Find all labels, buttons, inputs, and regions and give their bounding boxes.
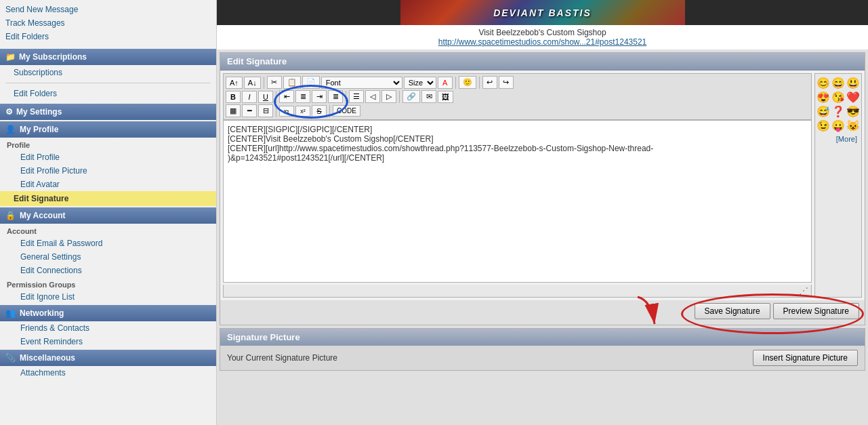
underline-btn[interactable]: U <box>258 91 273 103</box>
emoji-grin[interactable]: 😃 <box>846 77 860 89</box>
my-account-header: 🔒 My Account <box>0 207 216 224</box>
emoji-cool[interactable]: 😎 <box>846 105 860 118</box>
messages-section: Send New Message Track Messages Edit Fol… <box>0 0 216 46</box>
visit-sigshop-text: Visit Beelzzebob's Custom Sigshop <box>220 28 865 37</box>
send-message-link[interactable]: Send New Message <box>5 3 211 16</box>
more-emojis-link[interactable]: [More] <box>818 134 859 144</box>
banner-area <box>217 0 868 25</box>
undo-btn[interactable]: ↩ <box>482 76 497 89</box>
edit-folders-link-messages[interactable]: Edit Folders <box>5 30 211 43</box>
edit-profile-picture-item[interactable]: Edit Profile Picture <box>0 164 216 178</box>
edit-ignore-item[interactable]: Edit Ignore List <box>0 290 216 304</box>
signature-picture-panel: Signature Picture Your Current Signature… <box>220 328 865 371</box>
paste-btn[interactable]: 📄 <box>302 76 320 89</box>
divider <box>5 83 211 83</box>
emoji-happy[interactable]: 😄 <box>831 77 845 89</box>
bold-btn[interactable]: B <box>226 91 241 103</box>
edit-email-password-item[interactable]: Edit Email & Password <box>0 237 216 250</box>
separator-8 <box>329 105 330 117</box>
event-reminders-item[interactable]: Event Reminders <box>0 335 216 348</box>
emoji-tongue[interactable]: 😛 <box>831 119 845 132</box>
edit-connections-item[interactable]: Edit Connections <box>0 264 216 277</box>
sigshop-url[interactable]: http://www.spacetimestudios.com/show...2… <box>438 37 647 47</box>
network-icon: 👥 <box>5 308 16 318</box>
toolbar-row-1: A↑ A↓ ✂ 📋 📄 Font Arial Times New Roman <box>226 76 809 89</box>
save-signature-button[interactable]: Save Signature <box>695 303 770 319</box>
sig-pic-header: Signature Picture <box>220 329 865 346</box>
edit-signature-item[interactable]: Edit Signature <box>0 191 216 206</box>
misc-label: Miscellaneous <box>20 353 75 363</box>
preview-signature-button[interactable]: Preview Signature <box>773 303 859 319</box>
subscriptions-item[interactable]: Subscriptions <box>0 65 216 80</box>
emoji-love[interactable]: 😍 <box>817 91 830 104</box>
emoji-cat[interactable]: 😺 <box>846 119 860 132</box>
friends-contacts-item[interactable]: Friends & Contacts <box>0 321 216 335</box>
edit-folders-sub-item[interactable]: Edit Folders <box>0 86 216 101</box>
email-btn[interactable]: ✉ <box>421 90 436 103</box>
resize-handle[interactable]: ⋰ <box>223 285 812 298</box>
list-btn[interactable]: ☰ <box>349 90 364 103</box>
emoji-btn[interactable]: 🙂 <box>459 76 476 89</box>
separator-1 <box>264 77 264 89</box>
emoji-heart[interactable]: ❤️ <box>846 91 860 104</box>
track-messages-link[interactable]: Track Messages <box>5 16 211 30</box>
emoji-panel: 😊 😄 😃 😍 😘 ❤️ 😅 ❓ 😎 <box>814 73 862 298</box>
emoji-wink[interactable]: 😉 <box>817 119 830 132</box>
insert-signature-picture-button[interactable]: Insert Signature Picture <box>753 350 858 366</box>
edit-folders-sub-link[interactable]: Edit Folders <box>14 89 57 98</box>
copy-btn[interactable]: 📋 <box>283 76 301 89</box>
edit-avatar-item[interactable]: Edit Avatar <box>0 178 216 191</box>
edit-profile-item[interactable]: Edit Profile <box>0 150 216 164</box>
block-btn[interactable]: ⊟ <box>258 104 273 117</box>
justify-btn[interactable]: ≣ <box>328 90 343 103</box>
emoji-row-2: 😍 😘 ❤️ <box>818 91 859 104</box>
emoji-smile[interactable]: 😊 <box>817 77 830 89</box>
outdent-btn[interactable]: ◁ <box>365 90 380 103</box>
media-btn[interactable]: 🖼 <box>438 91 453 103</box>
align-center-btn[interactable]: ≣ <box>295 90 310 103</box>
color-btn[interactable]: A <box>438 77 453 89</box>
cut-btn[interactable]: ✂ <box>267 76 282 89</box>
settings-icon: ⚙ <box>5 107 13 117</box>
attachments-item[interactable]: Attachments <box>0 366 216 380</box>
edit-signature-label[interactable]: Edit Signature <box>14 194 68 203</box>
italic-btn[interactable]: I <box>242 91 257 103</box>
indent-btn[interactable]: ▷ <box>381 90 396 103</box>
save-preview-wrapper: Save Signature Preview Signature <box>695 303 859 319</box>
profile-icon: 👤 <box>5 125 16 134</box>
signature-editor[interactable]: [CENTER][SIGPIC][/SIGPIC][/CENTER] [CENT… <box>223 120 812 283</box>
strikethrough-btn[interactable]: S <box>312 105 327 117</box>
account-section-label: Account <box>0 224 216 237</box>
font-size-decrease-btn[interactable]: A↓ <box>244 77 261 89</box>
font-select[interactable]: Font Arial Times New Roman <box>321 77 402 89</box>
separator-2 <box>455 77 456 89</box>
size-select[interactable]: Size 8 10 12 14 <box>404 77 436 89</box>
my-profile-label: My Profile <box>20 125 58 134</box>
sub-btn[interactable]: x₂ <box>279 106 294 117</box>
main-content: Visit Beelzzebob's Custom Sigshop http:/… <box>217 0 868 425</box>
align-right-btn[interactable]: ⇥ <box>312 90 327 103</box>
edit-signature-header: Edit Signature <box>220 53 865 70</box>
align-left-btn[interactable]: ⇤ <box>279 90 294 103</box>
align-group: ⇤ ≣ ⇥ ≣ <box>279 90 343 103</box>
editor-main: A↑ A↓ ✂ 📋 📄 Font Arial Times New Roman <box>223 73 812 298</box>
emoji-kiss[interactable]: 😘 <box>831 91 845 104</box>
code-btn[interactable]: CODE <box>333 105 360 117</box>
link-btn[interactable]: 🔗 <box>402 90 420 103</box>
my-profile-header: 👤 My Profile <box>0 121 216 138</box>
subscriptions-link[interactable]: Subscriptions <box>14 68 62 77</box>
redo-btn[interactable]: ↪ <box>499 76 514 89</box>
emoji-question[interactable]: ❓ <box>831 105 845 118</box>
toolbar-row-3: ▦ ━ ⊟ x₂ x² S CODE <box>226 104 809 117</box>
sig-pic-content: Your Current Signature Picture Insert Si… <box>220 346 865 370</box>
table-btn[interactable]: ▦ <box>226 104 241 117</box>
separator-4 <box>276 91 276 103</box>
networking-label: Networking <box>20 308 64 318</box>
sup-btn[interactable]: x² <box>295 106 310 117</box>
emoji-sweat[interactable]: 😅 <box>817 105 830 118</box>
misc-header: 📎 Miscellaneous <box>0 350 216 366</box>
folder-icon: 📁 <box>5 52 16 62</box>
general-settings-item[interactable]: General Settings <box>0 250 216 264</box>
font-size-increase-btn[interactable]: A↑ <box>226 77 243 89</box>
hr-btn[interactable]: ━ <box>242 104 257 117</box>
